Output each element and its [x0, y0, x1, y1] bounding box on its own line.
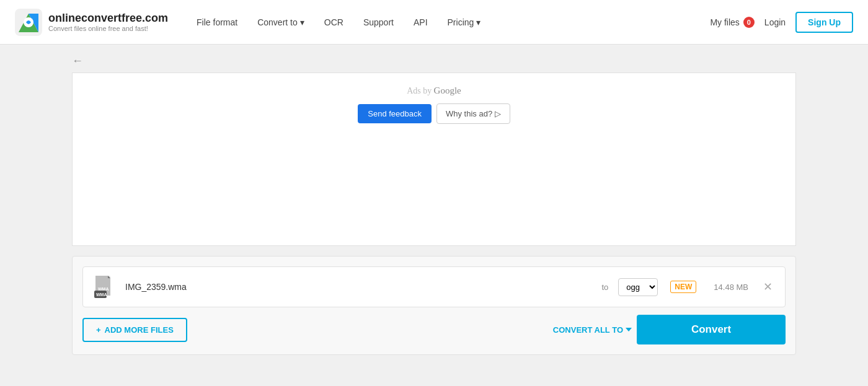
site-name: onlineconvertfree.com	[48, 12, 168, 25]
notification-badge: 0	[743, 17, 755, 28]
ad-area: Ads by Google Send feedback Why this ad?…	[72, 72, 796, 246]
my-files-link[interactable]: My files 0	[710, 17, 754, 28]
chevron-down-icon	[626, 328, 632, 331]
nav-pricing[interactable]: Pricing ▾	[439, 12, 490, 32]
to-label: to	[602, 283, 609, 292]
nav-support[interactable]: Support	[355, 12, 402, 32]
file-size: 14.48 MB	[714, 283, 748, 292]
google-label: Google	[434, 86, 461, 95]
signup-button[interactable]: Sign Up	[795, 12, 853, 33]
my-files-label: My files	[710, 17, 739, 27]
nav-ocr[interactable]: OCR	[316, 12, 352, 32]
svg-text:WMA: WMA	[96, 292, 107, 297]
logo-link[interactable]: onlineconvertfree.com Convert files onli…	[15, 9, 168, 36]
right-actions: CONVERT ALL TO Convert	[553, 315, 786, 344]
ads-label: Ads by Google	[407, 86, 461, 96]
header-right: My files 0 Login Sign Up	[710, 12, 853, 33]
header: onlineconvertfree.com Convert files onli…	[0, 0, 868, 45]
conversion-area: WMA WMA IMG_2359.wma to ogg mp3 wav aac …	[72, 256, 796, 355]
file-icon-wrapper: WMA WMA	[93, 274, 118, 299]
main-nav: File format Convert to ▾ OCR Support API…	[188, 12, 710, 32]
plus-icon: +	[96, 325, 101, 335]
wma-file-icon: WMA WMA	[93, 274, 118, 299]
nav-file-format[interactable]: File format	[188, 12, 246, 32]
chevron-down-icon: ▾	[300, 17, 304, 27]
logo-text: onlineconvertfree.com Convert files onli…	[48, 12, 168, 32]
format-select[interactable]: ogg mp3 wav aac flac m4a	[618, 278, 658, 296]
send-feedback-button[interactable]: Send feedback	[358, 104, 432, 123]
login-link[interactable]: Login	[764, 17, 786, 27]
bottom-bar: + ADD MORE FILES CONVERT ALL TO Convert	[82, 315, 786, 344]
add-files-button[interactable]: + ADD MORE FILES	[82, 318, 187, 342]
file-name: IMG_2359.wma	[125, 282, 595, 292]
back-arrow[interactable]: ←	[72, 55, 83, 68]
new-badge: NEW	[670, 281, 696, 293]
ad-buttons: Send feedback Why this ad? ▷	[358, 103, 510, 124]
nav-api[interactable]: API	[405, 12, 436, 32]
file-row: WMA WMA IMG_2359.wma to ogg mp3 wav aac …	[82, 266, 786, 307]
nav-convert-to[interactable]: Convert to ▾	[249, 12, 313, 32]
svg-text:WMA: WMA	[98, 287, 109, 291]
convert-button[interactable]: Convert	[637, 315, 786, 344]
remove-file-button[interactable]: ✕	[761, 280, 775, 294]
site-tagline: Convert files online free and fast!	[48, 25, 168, 32]
why-this-ad-button[interactable]: Why this ad? ▷	[436, 103, 510, 124]
convert-all-button[interactable]: CONVERT ALL TO	[553, 325, 632, 335]
chevron-down-icon: ▾	[476, 17, 480, 27]
main-content: ← Ads by Google Send feedback Why this a…	[62, 45, 806, 365]
logo-icon	[15, 9, 42, 36]
